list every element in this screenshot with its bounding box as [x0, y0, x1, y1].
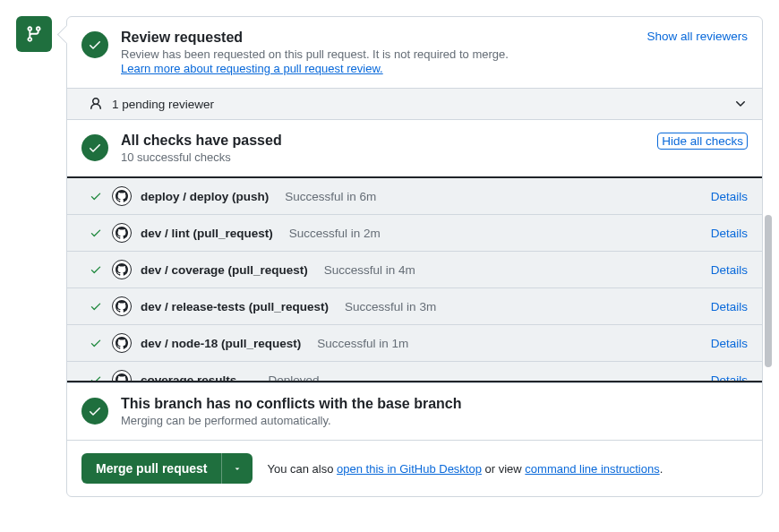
- check-status: Successful in 3m: [345, 300, 436, 313]
- merge-hint-text: You can also open this in GitHub Desktop…: [267, 462, 663, 476]
- check-name: dev / release-tests (pull_request): [141, 300, 329, 313]
- check-status: — Deployed: [253, 373, 319, 383]
- pending-reviewer-bar[interactable]: 1 pending reviewer: [67, 88, 762, 119]
- check-name: dev / node-18 (pull_request): [141, 337, 301, 350]
- checks-list[interactable]: deploy / deploy (push) Successful in 6mD…: [67, 176, 762, 382]
- github-actions-icon: [112, 370, 132, 382]
- person-icon: [89, 97, 103, 111]
- review-title: Review requested: [121, 30, 634, 46]
- check-status: Successful in 1m: [317, 337, 408, 350]
- scrollbar[interactable]: [765, 215, 772, 367]
- check-status: Successful in 2m: [289, 227, 381, 240]
- pending-reviewer-text: 1 pending reviewer: [112, 98, 214, 111]
- checks-section: All checks have passed 10 successful che…: [67, 119, 762, 382]
- learn-more-link[interactable]: Learn more about requesting a pull reque…: [121, 62, 383, 75]
- check-success-icon: [89, 227, 103, 239]
- check-details-link[interactable]: Details: [711, 190, 748, 203]
- github-actions-icon: [112, 223, 132, 243]
- merge-bar: Merge pull request You can also open thi…: [67, 440, 762, 496]
- merge-button-label: Merge pull request: [81, 453, 221, 484]
- check-row: dev / release-tests (pull_request) Succe…: [67, 287, 762, 324]
- merge-dropdown-caret[interactable]: [221, 453, 253, 484]
- check-success-icon: [89, 373, 103, 382]
- success-icon: [81, 398, 108, 425]
- check-success-icon: [89, 300, 103, 313]
- check-name: dev / coverage (pull_request): [141, 263, 308, 277]
- check-name: dev / lint (pull_request): [141, 227, 273, 240]
- github-actions-icon: [112, 260, 132, 279]
- merge-panel: Review requested Review has been request…: [66, 16, 763, 497]
- conflicts-subtitle: Merging can be performed automatically.: [121, 414, 748, 427]
- success-icon: [81, 134, 108, 161]
- check-row: dev / coverage (pull_request) Successful…: [67, 251, 762, 287]
- open-desktop-link[interactable]: open this in GitHub Desktop: [337, 462, 482, 476]
- check-name: coverage results: [141, 373, 236, 383]
- check-name: deploy / deploy (push): [141, 190, 269, 203]
- check-success-icon: [89, 263, 103, 276]
- check-details-link[interactable]: Details: [711, 300, 748, 313]
- review-section: Review requested Review has been request…: [67, 17, 762, 119]
- check-row: coverage results — DeployedDetails: [67, 361, 762, 382]
- check-details-link[interactable]: Details: [711, 263, 748, 277]
- checks-subtitle: 10 successful checks: [121, 150, 645, 164]
- check-details-link[interactable]: Details: [711, 227, 748, 240]
- merge-pull-request-button[interactable]: Merge pull request: [81, 453, 253, 484]
- checks-title: All checks have passed: [121, 133, 645, 149]
- github-actions-icon: [112, 186, 132, 206]
- check-details-link[interactable]: Details: [711, 337, 748, 350]
- success-icon: [81, 31, 108, 58]
- check-success-icon: [89, 337, 103, 349]
- chevron-down-icon: [733, 97, 748, 111]
- hide-all-checks-link[interactable]: Hide all checks: [657, 133, 748, 150]
- check-status: Successful in 6m: [285, 190, 376, 203]
- check-row: dev / node-18 (pull_request) Successful …: [67, 324, 762, 361]
- github-actions-icon: [112, 296, 132, 316]
- check-row: deploy / deploy (push) Successful in 6mD…: [67, 178, 762, 214]
- check-row: dev / lint (pull_request) Successful in …: [67, 214, 762, 251]
- check-details-link[interactable]: Details: [711, 373, 748, 383]
- conflicts-title: This branch has no conflicts with the ba…: [121, 396, 748, 412]
- github-actions-icon: [112, 333, 132, 353]
- show-all-reviewers-link[interactable]: Show all reviewers: [646, 30, 748, 43]
- check-status: Successful in 4m: [324, 263, 415, 277]
- git-branch-icon: [16, 16, 52, 52]
- conflicts-section: This branch has no conflicts with the ba…: [67, 382, 762, 440]
- review-subtitle: Review has been requested on this pull r…: [121, 47, 634, 61]
- check-success-icon: [89, 190, 103, 202]
- cli-instructions-link[interactable]: command line instructions: [525, 462, 659, 476]
